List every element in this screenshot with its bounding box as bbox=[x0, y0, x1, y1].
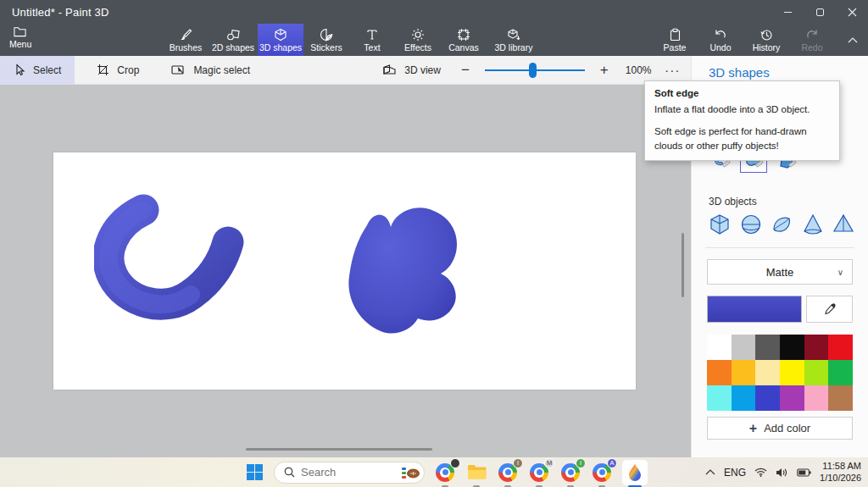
paint3d-window: Untitled* - Paint 3D Menu Brushes bbox=[0, 0, 868, 487]
tab-effects[interactable]: Effects bbox=[395, 24, 441, 56]
clock-time: 11:58 AM bbox=[820, 461, 861, 473]
palette-color-5[interactable] bbox=[828, 335, 853, 360]
zoom-in-button[interactable]: + bbox=[592, 62, 617, 79]
ribbon: Menu Brushes 2D shapes 3D shapes Sticker… bbox=[0, 24, 868, 56]
taskbar-app-paint3d[interactable] bbox=[622, 460, 648, 485]
horizontal-scrollbar[interactable] bbox=[246, 448, 432, 451]
taskbar-clock[interactable]: 11:58 AM 1/10/2026 bbox=[820, 461, 861, 484]
canvas-icon bbox=[457, 28, 470, 42]
undo-button[interactable]: Undo bbox=[698, 24, 743, 56]
volume-icon[interactable] bbox=[776, 468, 788, 478]
palette-color-10[interactable] bbox=[804, 360, 829, 385]
close-button[interactable] bbox=[836, 0, 868, 24]
system-tray: ENG 11:58 AM 1/10/2026 bbox=[705, 461, 861, 484]
tab-text[interactable]: Text bbox=[349, 24, 395, 56]
plus-icon: + bbox=[749, 422, 757, 435]
menu-label: Menu bbox=[9, 39, 31, 49]
palette-color-16[interactable] bbox=[804, 385, 829, 411]
taskbar-app-chrome-4[interactable]: I bbox=[559, 462, 581, 484]
tooltip-line2: Soft edge is perfect for hand-drawn clou… bbox=[654, 125, 830, 152]
soft-edge-tooltip: Soft edge Inflate a flat doodle into a 3… bbox=[644, 80, 840, 161]
3d-objects-label: 3D objects bbox=[709, 196, 757, 208]
palette-color-12[interactable] bbox=[707, 385, 732, 411]
zoom-out-button[interactable]: − bbox=[453, 62, 478, 79]
select-label: Select bbox=[33, 64, 61, 76]
palette-color-6[interactable] bbox=[707, 360, 732, 385]
add-color-button[interactable]: + Add color bbox=[707, 417, 853, 440]
text-icon bbox=[365, 28, 379, 42]
tab-brushes[interactable]: Brushes bbox=[163, 24, 209, 56]
palette-color-13[interactable] bbox=[732, 385, 756, 411]
hemisphere-shape-button[interactable] bbox=[769, 212, 794, 237]
palette-color-15[interactable] bbox=[780, 385, 804, 411]
crop-tool-button[interactable]: Crop bbox=[85, 56, 151, 85]
cube-shape-button[interactable] bbox=[707, 212, 732, 237]
tab-3d-shapes[interactable]: 3D shapes bbox=[258, 24, 303, 56]
palette-color-2[interactable] bbox=[755, 335, 780, 360]
magic-select-button[interactable]: Magic select bbox=[159, 56, 262, 85]
zoom-slider-thumb[interactable] bbox=[529, 63, 537, 78]
menu-button[interactable]: Menu bbox=[8, 25, 51, 54]
palette-color-7[interactable] bbox=[732, 360, 756, 385]
material-dropdown[interactable]: Matte ∨ bbox=[707, 259, 853, 285]
vertical-scrollbar[interactable] bbox=[682, 233, 684, 297]
color-palette bbox=[707, 335, 853, 411]
palette-color-8[interactable] bbox=[755, 360, 780, 385]
palette-color-0[interactable] bbox=[707, 335, 732, 360]
taskbar-app-chrome-3[interactable]: M bbox=[528, 462, 550, 484]
taskbar-app-file-explorer[interactable] bbox=[465, 462, 487, 484]
zoom-level-value[interactable]: 100% bbox=[617, 64, 660, 76]
3d-soft-blob-shape[interactable] bbox=[331, 193, 467, 339]
taskbar-app-chrome-5[interactable]: A bbox=[591, 462, 613, 484]
select-tool-button[interactable]: Select bbox=[0, 56, 75, 85]
eyedropper-button[interactable] bbox=[806, 296, 853, 323]
cone-shape-button[interactable] bbox=[800, 212, 826, 237]
palette-color-9[interactable] bbox=[780, 360, 804, 385]
palette-color-17[interactable] bbox=[828, 385, 853, 411]
more-options-button[interactable]: ... bbox=[659, 60, 691, 80]
zoom-slider[interactable] bbox=[485, 63, 585, 78]
tab-3d-library[interactable]: 3D library bbox=[487, 24, 541, 56]
wifi-icon[interactable] bbox=[754, 468, 767, 477]
minimize-button[interactable] bbox=[771, 0, 804, 24]
paste-icon bbox=[669, 28, 682, 42]
crop-icon bbox=[97, 64, 109, 76]
palette-color-11[interactable] bbox=[828, 360, 853, 385]
3d-view-button[interactable]: 3D view bbox=[370, 56, 453, 85]
battery-icon[interactable] bbox=[797, 468, 811, 477]
maximize-button[interactable] bbox=[804, 0, 836, 24]
tray-chevron-up-icon[interactable] bbox=[705, 469, 715, 475]
drawing-canvas[interactable] bbox=[53, 152, 636, 390]
cone-icon bbox=[802, 213, 824, 235]
search-input[interactable] bbox=[301, 466, 395, 479]
history-button[interactable]: History bbox=[743, 24, 789, 56]
title-bar: Untitled* - Paint 3D bbox=[0, 0, 868, 24]
sphere-shape-button[interactable] bbox=[738, 212, 764, 237]
tab-stickers[interactable]: Stickers bbox=[303, 24, 349, 56]
start-button[interactable] bbox=[244, 462, 264, 483]
palette-color-4[interactable] bbox=[804, 335, 829, 360]
palette-color-3[interactable] bbox=[780, 335, 804, 360]
pyramid-shape-button[interactable] bbox=[831, 212, 856, 237]
panel-title: 3D shapes bbox=[709, 65, 868, 80]
3d-tube-shape[interactable] bbox=[94, 191, 247, 331]
cursor-icon bbox=[14, 64, 25, 76]
tab-2d-shapes[interactable]: 2D shapes bbox=[209, 24, 258, 56]
chevron-down-icon: ∨ bbox=[837, 268, 843, 277]
current-color-swatch[interactable] bbox=[707, 296, 802, 323]
paste-button[interactable]: Paste bbox=[652, 24, 698, 56]
taskbar-app-chrome-1[interactable] bbox=[434, 462, 456, 484]
ribbon-tabs: Brushes 2D shapes 3D shapes Stickers Tex… bbox=[163, 24, 541, 56]
palette-color-14[interactable] bbox=[755, 385, 780, 411]
collapse-ribbon-button[interactable] bbox=[842, 24, 864, 56]
taskbar-search[interactable] bbox=[274, 462, 425, 484]
taskbar-app-chrome-2[interactable]: I bbox=[497, 462, 519, 484]
language-indicator[interactable]: ENG bbox=[724, 467, 746, 479]
tab-canvas[interactable]: Canvas bbox=[441, 24, 487, 56]
redo-icon bbox=[805, 28, 819, 42]
search-icon bbox=[284, 467, 295, 478]
hemisphere-icon bbox=[771, 213, 793, 235]
eyedropper-icon bbox=[823, 302, 837, 316]
3d-shapes-cube-icon bbox=[274, 28, 287, 42]
palette-color-1[interactable] bbox=[732, 335, 756, 360]
